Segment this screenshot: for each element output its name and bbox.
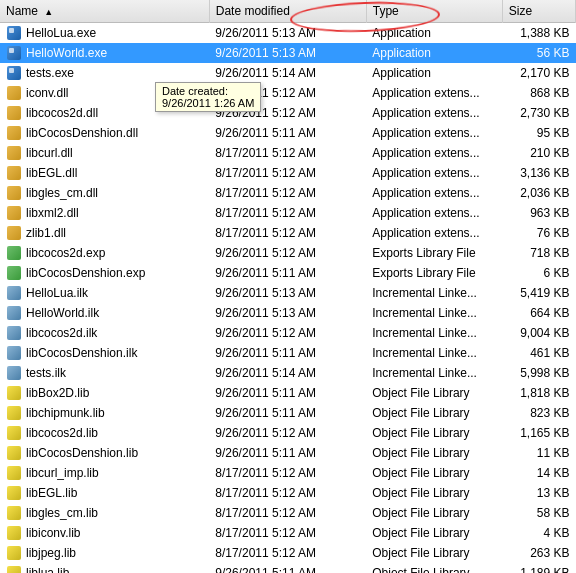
col-name-label: Name — [6, 4, 38, 18]
file-name-cell: libEGL.dll — [0, 163, 209, 183]
table-row[interactable]: libcocos2d.lib9/26/2011 5:12 AMObject Fi… — [0, 423, 576, 443]
file-date: 8/17/2011 5:12 AM — [209, 203, 366, 223]
column-headers: Name ▲ Date modified Type Size — [0, 0, 576, 23]
file-size: 2,730 KB — [502, 103, 575, 123]
table-row[interactable]: HelloWorld.exe9/26/2011 5:13 AMApplicati… — [0, 43, 576, 63]
file-name-label: tests.ilk — [26, 366, 66, 380]
file-icon-exe — [6, 65, 22, 81]
file-icon-ilk — [6, 325, 22, 341]
file-icon-ilk — [6, 285, 22, 301]
file-size: 1,818 KB — [502, 383, 575, 403]
file-name-label: HelloLua.exe — [26, 26, 96, 40]
col-date[interactable]: Date modified — [209, 0, 366, 23]
file-date: 9/26/2011 5:11 AM — [209, 403, 366, 423]
file-name-label: libCocosDenshion.exp — [26, 266, 145, 280]
table-row[interactable]: libEGL.dll8/17/2011 5:12 AMApplication e… — [0, 163, 576, 183]
file-name-cell: libjpeg.lib — [0, 543, 209, 563]
file-type: Object File Library — [366, 383, 502, 403]
table-row[interactable]: libCocosDenshion.exp9/26/2011 5:11 AMExp… — [0, 263, 576, 283]
file-name-label: iconv.dll — [26, 86, 68, 100]
file-type: Object File Library — [366, 543, 502, 563]
table-row[interactable]: libBox2D.lib9/26/2011 5:11 AMObject File… — [0, 383, 576, 403]
file-size: 263 KB — [502, 543, 575, 563]
table-row[interactable]: libxml2.dll8/17/2011 5:12 AMApplication … — [0, 203, 576, 223]
table-row[interactable]: HelloLua.exe9/26/2011 5:13 AMApplication… — [0, 23, 576, 44]
file-date: 9/26/2011 5:13 AM — [209, 303, 366, 323]
file-type: Application extens... — [366, 203, 502, 223]
file-type: Exports Library File — [366, 243, 502, 263]
file-date: 9/26/2011 5:13 AM — [209, 23, 366, 44]
file-list-container[interactable]: Name ▲ Date modified Type Size HelloLua.… — [0, 0, 576, 573]
table-row[interactable]: HelloLua.ilk9/26/2011 5:13 AMIncremental… — [0, 283, 576, 303]
file-table: Name ▲ Date modified Type Size HelloLua.… — [0, 0, 576, 573]
file-size: 461 KB — [502, 343, 575, 363]
file-icon-lib — [6, 405, 22, 421]
file-type: Object File Library — [366, 483, 502, 503]
col-type[interactable]: Type — [366, 0, 502, 23]
file-icon-lib — [6, 385, 22, 401]
file-name-cell: libCocosDenshion.exp — [0, 263, 209, 283]
file-date: 8/17/2011 5:12 AM — [209, 143, 366, 163]
file-name-label: libCocosDenshion.dll — [26, 126, 138, 140]
file-name-label: libCocosDenshion.ilk — [26, 346, 137, 360]
file-date: 9/26/2011 5:11 AM — [209, 383, 366, 403]
table-row[interactable]: libgles_cm.lib8/17/2011 5:12 AMObject Fi… — [0, 503, 576, 523]
table-row[interactable]: libcocos2d.exp9/26/2011 5:12 AMExports L… — [0, 243, 576, 263]
file-name-cell: libcurl_imp.lib — [0, 463, 209, 483]
file-name-label: libjpeg.lib — [26, 546, 76, 560]
file-icon-dll — [6, 225, 22, 241]
file-type: Object File Library — [366, 563, 502, 573]
file-icon-dll — [6, 205, 22, 221]
table-row[interactable]: libcocos2d.ilk9/26/2011 5:12 AMIncrement… — [0, 323, 576, 343]
file-type: Application extens... — [366, 143, 502, 163]
table-row[interactable]: liblua.lib9/26/2011 5:11 AMObject File L… — [0, 563, 576, 573]
file-icon-exp — [6, 245, 22, 261]
col-name[interactable]: Name ▲ — [0, 0, 209, 23]
file-date: 8/17/2011 5:12 AM — [209, 543, 366, 563]
file-size: 2,036 KB — [502, 183, 575, 203]
file-icon-lib — [6, 505, 22, 521]
table-row[interactable]: libCocosDenshion.dll9/26/2011 5:11 AMApp… — [0, 123, 576, 143]
file-size: 58 KB — [502, 503, 575, 523]
table-row[interactable]: libiconv.lib8/17/2011 5:12 AMObject File… — [0, 523, 576, 543]
table-row[interactable]: libcurl_imp.lib8/17/2011 5:12 AMObject F… — [0, 463, 576, 483]
file-date: 9/26/2011 5:11 AM — [209, 563, 366, 573]
table-row[interactable]: libcurl.dll8/17/2011 5:12 AMApplication … — [0, 143, 576, 163]
file-name-cell: libiconv.lib — [0, 523, 209, 543]
file-size: 1,165 KB — [502, 423, 575, 443]
table-row[interactable]: libcocos2d.dll9/26/2011 5:12 AMApplicati… — [0, 103, 576, 123]
file-size: 95 KB — [502, 123, 575, 143]
file-date: 9/26/2011 5:11 AM — [209, 443, 366, 463]
file-name-label: libBox2D.lib — [26, 386, 89, 400]
file-name-label: libcurl_imp.lib — [26, 466, 99, 480]
file-type: Application extens... — [366, 163, 502, 183]
file-type: Object File Library — [366, 463, 502, 483]
table-row[interactable]: libjpeg.lib8/17/2011 5:12 AMObject File … — [0, 543, 576, 563]
date-tooltip: Date created: 9/26/2011 1:26 AM — [155, 82, 261, 112]
file-name-label: libEGL.dll — [26, 166, 77, 180]
file-date: 9/26/2011 5:11 AM — [209, 123, 366, 143]
table-row[interactable]: tests.ilk9/26/2011 5:14 AMIncremental Li… — [0, 363, 576, 383]
file-icon-ilk — [6, 345, 22, 361]
file-name-label: HelloLua.ilk — [26, 286, 88, 300]
table-row[interactable]: HelloWorld.ilk9/26/2011 5:13 AMIncrement… — [0, 303, 576, 323]
table-row[interactable]: iconv.dll8/17/2011 5:12 AMApplication ex… — [0, 83, 576, 103]
file-name-cell: libgles_cm.dll — [0, 183, 209, 203]
table-row[interactable]: libEGL.lib8/17/2011 5:12 AMObject File L… — [0, 483, 576, 503]
file-name-label: libiconv.lib — [26, 526, 80, 540]
file-name-label: libcocos2d.exp — [26, 246, 105, 260]
file-name-label: libcocos2d.dll — [26, 106, 98, 120]
table-row[interactable]: libchipmunk.lib9/26/2011 5:11 AMObject F… — [0, 403, 576, 423]
table-row[interactable]: tests.exe9/26/2011 5:14 AMApplication2,1… — [0, 63, 576, 83]
table-row[interactable]: libgles_cm.dll8/17/2011 5:12 AMApplicati… — [0, 183, 576, 203]
table-row[interactable]: libCocosDenshion.lib9/26/2011 5:11 AMObj… — [0, 443, 576, 463]
table-row[interactable]: libCocosDenshion.ilk9/26/2011 5:11 AMInc… — [0, 343, 576, 363]
file-type: Object File Library — [366, 403, 502, 423]
file-name-label: libchipmunk.lib — [26, 406, 105, 420]
file-name-label: HelloWorld.ilk — [26, 306, 99, 320]
file-name-cell: libEGL.lib — [0, 483, 209, 503]
col-size[interactable]: Size — [502, 0, 575, 23]
file-size: 823 KB — [502, 403, 575, 423]
table-row[interactable]: zlib1.dll8/17/2011 5:12 AMApplication ex… — [0, 223, 576, 243]
file-date: 8/17/2011 5:12 AM — [209, 163, 366, 183]
